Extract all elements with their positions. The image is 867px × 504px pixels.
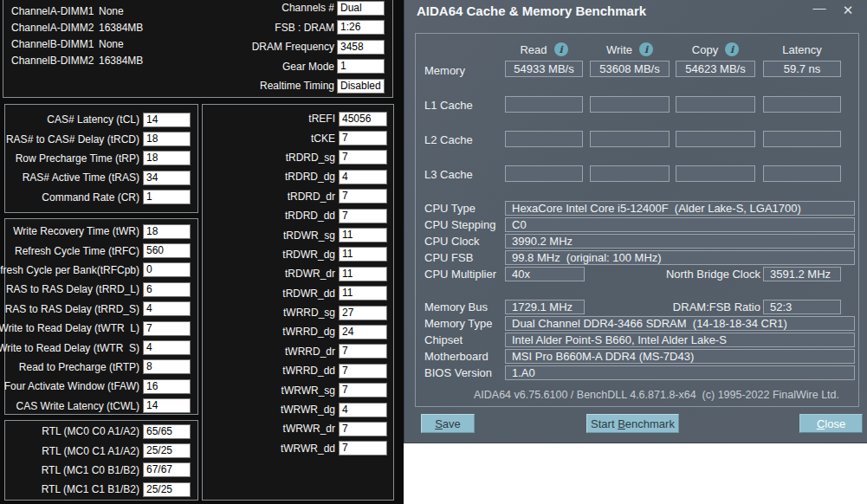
config-value-input[interactable]: Dual (337, 1, 385, 16)
start-benchmark-button[interactable]: Start Benchmark (586, 414, 679, 433)
timing-label: tRDRD_dd (285, 210, 335, 222)
timing-value-input[interactable]: 8 (143, 359, 191, 374)
timing-label: tRDWR_dr (285, 268, 335, 280)
timing-value-input[interactable]: 1 (143, 190, 191, 204)
timing-row: tREFI 45056 (203, 109, 393, 128)
cache-latency-value (763, 96, 841, 113)
memory-bus-value: 1729.1 MHz (505, 300, 585, 314)
timing-value-input[interactable]: 4 (339, 170, 387, 184)
timing-value-input[interactable]: 11 (339, 247, 387, 262)
config-value-input[interactable]: Disabled (337, 79, 385, 94)
rtl-label: RTL (MC1 C1 B1/B2) (42, 483, 139, 495)
cache-latency-value (763, 131, 841, 147)
board-info-row: Memory Type Dual Channel DDR4-3466 SDRAM… (416, 316, 858, 333)
timing-value-input[interactable]: 7 (339, 189, 387, 204)
config-label: FSB : DRAM (275, 22, 334, 34)
timing-row: tRDRD_dr 7 (203, 187, 393, 206)
timing-value-input[interactable]: 7 (143, 321, 191, 336)
timing-value-input[interactable]: 7 (339, 441, 387, 456)
timing-label: tCKE (311, 132, 335, 145)
timing-row: tRDWR_dr 11 (203, 264, 393, 283)
timing-value-input[interactable]: 14 (143, 113, 191, 127)
rtl-value-input[interactable]: 25/25 (143, 443, 191, 458)
config-label: DRAM Frequency (252, 41, 334, 53)
cache-write-value (590, 165, 670, 182)
timing-value-input[interactable]: 27 (339, 306, 387, 320)
memory-copy-value: 54623 MB/s (676, 61, 755, 77)
dimm-row: ChannelA-DIMM1 None (11, 3, 143, 19)
rtl-value-input[interactable]: 67/67 (143, 462, 191, 477)
timing-value-input[interactable]: 7 (339, 422, 387, 436)
aida64-benchmark-window: AIDA64 Cache & Memory Benchmark — ✕ Read… (404, 0, 867, 443)
memory-latency-value: 59.7 ns (763, 61, 841, 77)
rtl-value-input[interactable]: 65/65 (143, 424, 191, 439)
timing-value-input[interactable]: 14 (143, 398, 191, 413)
cache-copy-value (676, 131, 755, 147)
info-icon[interactable]: i (639, 42, 653, 56)
timing-label: RAS to RAS Delay (tRRD_S) (5, 303, 139, 315)
timing-value-input[interactable]: 7 (339, 344, 387, 359)
latency-header-label: Latency (782, 43, 822, 56)
timing-value-input[interactable]: 16 (143, 379, 191, 394)
memory-row-label: Memory (424, 64, 465, 77)
cpu-info-row: CPU Stepping C0 (416, 217, 858, 234)
timing-label: Four Activate Window (tFAW) (4, 380, 139, 392)
timing-row: tCKE 7 (203, 128, 393, 147)
timing-value-input[interactable]: 7 (339, 209, 387, 223)
board-info-value: 1.A0 (505, 365, 855, 380)
timing-row: tRDRD_dg 4 (203, 167, 393, 186)
timing-value-input[interactable]: 18 (143, 151, 191, 165)
timing-label: CAS# Latency (tCL) (47, 113, 139, 126)
close-button[interactable]: Close (799, 414, 863, 433)
info-icon[interactable]: i (725, 42, 739, 56)
cpu-info-label: CPU Stepping (424, 218, 495, 231)
timing-value-input[interactable]: 0 (143, 262, 191, 277)
header-read: Read i (505, 41, 583, 58)
config-value-input[interactable]: 1 (337, 59, 385, 74)
cache-result-row: L2 Cache (416, 131, 858, 165)
timing-label: tRDRD_dr (288, 191, 335, 203)
close-icon[interactable]: ✕ (838, 3, 857, 18)
rtl-row: RTL (MC0 C1 A1/A2) 25/25 (5, 441, 197, 460)
timing-label: Write Recovery Time (tWR) (13, 225, 139, 237)
primary-timings-groupbox: CAS# Latency (tCL) 14 RAS# to CAS# Delay… (4, 104, 198, 213)
save-button[interactable]: Save (421, 414, 475, 433)
timing-row: Read to Precharge (tRTP) 8 (5, 358, 197, 377)
config-value-input[interactable]: 3458 (337, 40, 385, 55)
info-icon[interactable]: i (554, 42, 568, 56)
timing-value-input[interactable]: 4 (143, 301, 191, 316)
timing-value-input[interactable]: 18 (143, 224, 191, 239)
rtl-label: RTL (MC1 C0 B1/B2) (42, 464, 139, 476)
timing-value-input[interactable]: 11 (339, 267, 387, 281)
timing-value-input[interactable]: 18 (143, 132, 191, 146)
timing-value-input[interactable]: 4 (143, 340, 191, 355)
copy-header-label: Copy (692, 43, 718, 56)
timing-value-input[interactable]: 11 (339, 286, 387, 300)
close-button-label-rest: lose (825, 417, 845, 430)
timing-value-input[interactable]: 45056 (339, 112, 387, 126)
timing-value-input[interactable]: 24 (339, 325, 387, 339)
timing-value-input[interactable]: 7 (339, 131, 387, 145)
timing-value-input[interactable]: 7 (339, 150, 387, 165)
timing-value-input[interactable]: 7 (339, 383, 387, 397)
minimize-icon[interactable]: — (810, 0, 829, 15)
timing-row: Row Precharge Time (tRP) 18 (5, 149, 197, 168)
cpu-info-rows: CPU Type HexaCore Intel Core i5-12400F (… (416, 201, 858, 267)
results-header-row: Read i Write i Copy i Latency (416, 41, 858, 58)
timing-value-input[interactable]: 560 (143, 243, 191, 258)
timing-label: Read to Precharge (tRTP) (19, 361, 139, 373)
board-info-row: Motherboard MSI Pro B660M-A DDR4 (MS-7D4… (416, 349, 858, 365)
timing-row: Write Recovery Time (tWR) 18 (5, 222, 197, 241)
timing-row: tRDWR_sg 11 (203, 225, 393, 244)
timing-value-input[interactable]: 7 (339, 364, 387, 378)
timing-value-input[interactable]: 34 (143, 171, 191, 185)
timing-row: tWRWR_dr 7 (203, 419, 393, 438)
cache-result-row: L3 Cache (416, 165, 858, 200)
timing-label: Write to Read Delay (tWTR L) (0, 322, 139, 334)
timing-value-input[interactable]: 6 (143, 282, 191, 297)
timing-value-input[interactable]: 11 (339, 228, 387, 242)
rtl-value-input[interactable]: 25/25 (143, 482, 191, 497)
timing-label: tWRWR_sg (281, 384, 335, 397)
config-value-input[interactable]: 1:26 (337, 20, 385, 35)
timing-value-input[interactable]: 4 (339, 403, 387, 417)
